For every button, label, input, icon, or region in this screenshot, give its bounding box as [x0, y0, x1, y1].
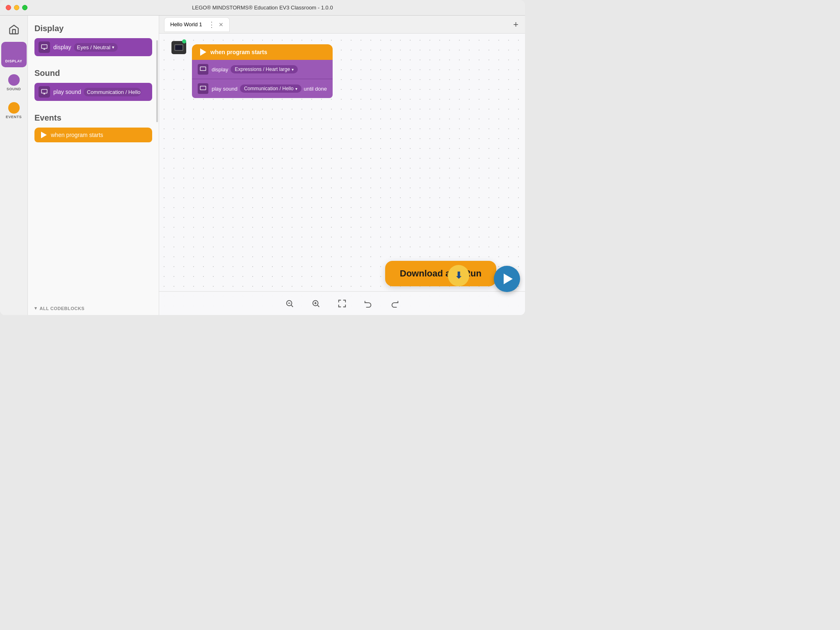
sound-dropdown[interactable]: Communication / Hello: [84, 88, 141, 96]
canvas-area[interactable]: Hello World 1 ⋮ ✕ +: [159, 16, 525, 315]
nav-sound-label: SOUND: [7, 87, 21, 91]
nav-events-label: EVENTS: [6, 115, 22, 119]
zoom-out-button[interactable]: [282, 296, 297, 311]
events-dot: [8, 102, 20, 114]
nav-display[interactable]: DISPLAY: [1, 42, 27, 67]
sound-block-text: play sound Communication / Hello: [53, 88, 141, 96]
app-title: LEGO® MINDSTORMS® Education EV3 Classroo…: [192, 5, 333, 11]
app-body: DISPLAY SOUND EVENTS Display dis: [0, 16, 525, 315]
robot-screen-inner: [175, 45, 183, 50]
chevron-down-icon: ▾: [34, 306, 37, 311]
sound-section-title: Sound: [34, 68, 152, 78]
titlebar: LEGO® MINDSTORMS® Education EV3 Classroo…: [0, 0, 525, 16]
undo-button[interactable]: [361, 296, 376, 311]
home-button[interactable]: [4, 20, 24, 39]
tab-close-icon[interactable]: ✕: [219, 21, 224, 28]
redo-button[interactable]: [387, 296, 402, 311]
canvas-event-block[interactable]: when program starts: [192, 44, 333, 60]
when-program-starts-block[interactable]: when program starts: [34, 128, 152, 142]
canvas-blocks-container: when program starts display Expressions …: [192, 44, 333, 98]
add-tab-button[interactable]: +: [513, 19, 518, 30]
play-run-icon: [504, 274, 513, 284]
tab-hello-world-1[interactable]: Hello World 1 ⋮ ✕: [164, 17, 230, 32]
download-run-button[interactable]: Download and Run: [385, 261, 496, 286]
all-codeblocks-toggle[interactable]: ▾ ALL CODEBLOCKS: [34, 306, 84, 311]
svg-rect-5: [42, 90, 47, 93]
canvas-sound-dropdown[interactable]: Communication / Hello: [240, 84, 301, 93]
download-circle[interactable]: ⬇: [448, 265, 469, 286]
play-arrow-icon: [41, 132, 47, 138]
display-section-title: Display: [34, 24, 152, 33]
fit-screen-button[interactable]: [335, 296, 349, 311]
display-dot: [8, 46, 20, 58]
events-block-label: when program starts: [51, 132, 103, 138]
traffic-lights: [6, 5, 27, 10]
events-section-title: Events: [34, 113, 152, 123]
display-dropdown[interactable]: Eyes / Neutral: [74, 43, 118, 52]
robot-icon: [171, 39, 189, 57]
robot-connected-dot: [182, 39, 186, 43]
display-block-icon: [39, 41, 50, 53]
tab-more-icon[interactable]: ⋮: [208, 20, 215, 29]
sound-dot: [8, 74, 20, 86]
canvas-display-block[interactable]: display Expressions / Heart large: [192, 60, 333, 79]
all-codeblocks-label: ALL CODEBLOCKS: [40, 306, 84, 311]
left-nav: DISPLAY SOUND EVENTS: [0, 16, 28, 315]
display-block-text: display Eyes / Neutral: [53, 43, 118, 52]
robot-screen: [174, 44, 183, 51]
play-run-button[interactable]: [494, 266, 520, 292]
display-block[interactable]: display Eyes / Neutral: [34, 38, 152, 56]
canvas-until-done: until done: [304, 86, 327, 92]
canvas-toolbar: [159, 291, 525, 315]
canvas-sound-text: play sound Communication / Hello until d…: [212, 84, 327, 93]
blocks-panel: Display display Eyes / Neutral Sound: [28, 16, 159, 315]
svg-line-18: [317, 305, 319, 307]
tab-label: Hello World 1: [170, 21, 202, 27]
download-icon: ⬇: [455, 270, 462, 281]
zoom-in-button[interactable]: [308, 296, 323, 311]
close-traffic-light[interactable]: [6, 5, 11, 10]
canvas-display-icon: [198, 64, 208, 75]
canvas-display-text: display Expressions / Heart large: [212, 65, 298, 73]
svg-rect-1: [42, 45, 47, 48]
sound-block[interactable]: play sound Communication / Hello: [34, 83, 152, 101]
svg-line-14: [291, 305, 293, 307]
maximize-traffic-light[interactable]: [22, 5, 27, 10]
minimize-traffic-light[interactable]: [14, 5, 19, 10]
svg-rect-9: [201, 67, 205, 71]
canvas-event-label: when program starts: [210, 49, 267, 55]
sound-block-icon: [39, 86, 50, 98]
tab-bar: Hello World 1 ⋮ ✕ +: [159, 16, 525, 34]
canvas-sound-block[interactable]: play sound Communication / Hello until d…: [192, 79, 333, 98]
svg-rect-11: [201, 87, 205, 90]
sidebar-scrollbar[interactable]: [156, 40, 158, 122]
hat-play-icon: [200, 48, 206, 56]
canvas-sound-icon: [198, 83, 208, 94]
nav-events[interactable]: EVENTS: [1, 98, 27, 123]
nav-sound[interactable]: SOUND: [1, 70, 27, 95]
event-hat-wrapper: when program starts: [192, 44, 333, 60]
nav-display-label: DISPLAY: [5, 59, 23, 63]
canvas-display-dropdown[interactable]: Expressions / Heart large: [231, 65, 298, 73]
